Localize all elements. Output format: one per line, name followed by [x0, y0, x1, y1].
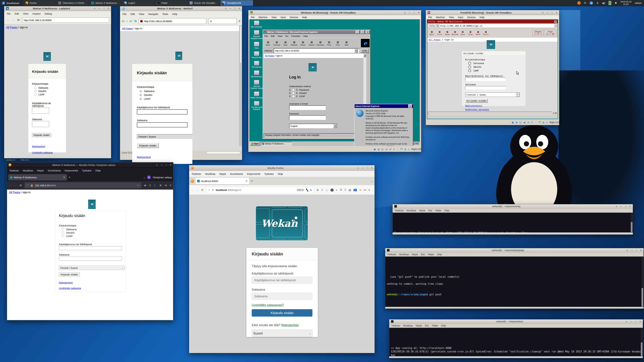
minimize-icon[interactable]: —	[620, 205, 622, 208]
display-icon[interactable]: 🗖	[400, 148, 403, 150]
reader-split-icon[interactable]: ▚	[306, 189, 308, 192]
close-icon[interactable]: ✕	[170, 164, 172, 166]
menu-item[interactable]: Muokkaa	[406, 209, 416, 212]
titlebar[interactable]: ​ wekan@z: ~/repos/w/php/page ∧—□✕	[385, 248, 644, 252]
menu-item[interactable]: View	[139, 12, 144, 15]
url-input[interactable]: http://192.168.0.20:8000/	[22, 17, 109, 23]
vm-menu-icon[interactable]: 🞃	[408, 148, 410, 150]
signin-button[interactable]: Kirjaudu sisään	[465, 99, 488, 103]
start-button[interactable]: Start	[250, 142, 260, 146]
close-icon[interactable]: ✕	[629, 205, 631, 208]
close-icon[interactable]: ✕	[640, 249, 642, 252]
menu-item[interactable]: Help	[172, 12, 178, 15]
language-select[interactable]: Finnish / Suomi	[137, 134, 193, 139]
breadcrumb-all-pages-link[interactable]: All Pages	[6, 26, 18, 29]
shade-icon[interactable]: ∧	[225, 7, 226, 10]
taskbar-task-ie[interactable]: e WeKan ® Multiverse ...	[261, 142, 292, 146]
password-input[interactable]	[465, 86, 506, 90]
menu-item[interactable]: Input	[458, 16, 463, 18]
desktop-icon[interactable]: The Microsoft Network	[250, 101, 263, 110]
maximize-icon[interactable]: □	[552, 11, 553, 14]
toolbar-button[interactable]: ▣ Refresh	[290, 40, 298, 46]
menu-icon[interactable]: ≡	[170, 184, 171, 187]
desktop-icon[interactable]: Online Services	[250, 91, 263, 99]
maximize-icon[interactable]: □	[234, 7, 236, 10]
new-tab-icon[interactable]: +	[68, 175, 70, 179]
menu-item[interactable]: Devices	[467, 16, 476, 18]
taskbar-item-gimp[interactable]: *[Nimetön]-1.0 (RGB-vä...	[56, 0, 88, 6]
shield-check-icon[interactable]: ▽	[321, 188, 323, 192]
maximize-icon[interactable]: □	[367, 167, 368, 169]
grid-extension-icon[interactable]: ⠿	[344, 188, 346, 192]
terminal-output[interactable]: ResourceLoader: Finished load of: "http:…	[392, 213, 633, 232]
network-updown-icon[interactable]: ⇅	[596, 2, 598, 4]
close-icon[interactable]: ✕	[238, 7, 240, 10]
insecure-lock-icon[interactable]: 🔒	[30, 184, 33, 187]
desktop-icon[interactable]: My Computer	[250, 21, 263, 28]
close-icon[interactable]: 🗙	[554, 20, 556, 23]
bookmark-star-icon[interactable]: ★	[310, 189, 312, 192]
shade-icon[interactable]: ∧	[404, 11, 406, 14]
maximize-icon[interactable]: □	[636, 249, 637, 252]
fingerprint-icon[interactable]: ⊚	[144, 184, 146, 187]
menu-item[interactable]: Työkalut	[82, 169, 92, 172]
menu-item[interactable]: Ohje	[441, 324, 446, 327]
maximize-icon[interactable]: □	[625, 205, 626, 208]
extension-icon[interactable]: ⚩	[364, 188, 366, 192]
username-input[interactable]	[465, 78, 506, 81]
taskbar-item-terminal[interactable]: Pääte 5	[155, 0, 187, 6]
toolbar-button[interactable]: ▣ Back	[264, 40, 272, 46]
toolbar-button[interactable]: ▣ Stop	[466, 30, 474, 35]
close-icon[interactable]: ✕	[371, 167, 373, 169]
radio-oauth2[interactable]	[34, 90, 37, 92]
scrollbar[interactable]	[631, 213, 632, 232]
s-extension-icon[interactable]: S	[330, 189, 334, 192]
radio-password[interactable]	[34, 87, 37, 89]
toolbar-button[interactable]: ▣ Font	[334, 40, 342, 46]
menu-item[interactable]: Tiedosto	[394, 209, 404, 212]
scrollbar[interactable]	[641, 328, 642, 356]
menu-item[interactable]: Edit	[130, 12, 135, 15]
desktop-icon[interactable]: Network Neighborhood	[250, 30, 263, 39]
radio-password[interactable]	[140, 90, 142, 92]
desktop-drive-label[interactable]: Taltio (512	[20, 159, 29, 161]
url-bar[interactable]: ⛉ 🔒 192.168.0.20:8000 ☆	[24, 182, 141, 188]
menu-item[interactable]: Ohje	[278, 172, 283, 175]
menu-item[interactable]: Input	[280, 16, 286, 18]
shade-icon[interactable]: ∧	[542, 11, 544, 14]
close-icon[interactable]: ✕	[366, 30, 370, 34]
shade-icon[interactable]: ∧	[626, 320, 628, 323]
hdd-icon[interactable]: ▣	[512, 121, 514, 124]
menu-item[interactable]: Muokkaa	[403, 324, 413, 327]
close-icon[interactable]: ✕	[408, 104, 412, 108]
back-icon[interactable]: ←	[9, 184, 12, 187]
menu-item[interactable]: Tiedosto	[387, 253, 396, 256]
toolbar-button[interactable]: ▣ Book	[474, 30, 482, 35]
username-input[interactable]	[289, 105, 326, 110]
maximize-icon[interactable]: □	[635, 320, 636, 323]
stop-x-icon[interactable]: ✗	[437, 24, 438, 27]
signin-button[interactable]: Kirjaudu sisään	[59, 272, 80, 277]
applications-menu-button[interactable]: X Sovellukset ⁞	[0, 0, 23, 6]
tab-close-icon[interactable]: ✕	[245, 179, 248, 183]
file-menu-button[interactable]: File	[428, 24, 436, 28]
search-icon[interactable]: ⌕	[556, 24, 557, 27]
display-icon[interactable]: 🗖	[538, 121, 541, 124]
menu-item[interactable]: Etsi	[421, 253, 425, 256]
menu-item[interactable]: Debug	[44, 12, 52, 15]
toolbar-button[interactable]: ▣ Search	[307, 40, 316, 46]
menu-item[interactable]: Machine	[258, 16, 268, 18]
toolbar-button[interactable]: ▣ Home	[298, 40, 307, 46]
radio-oauth2[interactable]	[140, 94, 142, 96]
vm-menubar[interactable]: FileMachineViewInputDevicesHelp	[426, 15, 559, 19]
url-input[interactable]: http://192.168.0.20:8000/	[139, 18, 206, 24]
reload-icon[interactable]: ⟳	[20, 184, 22, 187]
forgot-password-link[interactable]: Unohditko salasanasi?	[252, 303, 284, 307]
password-input[interactable]	[289, 115, 326, 120]
shared-folder-icon[interactable]: ▭	[534, 121, 537, 124]
menu-item[interactable]: Muokkaa	[399, 253, 409, 256]
username-input[interactable]	[137, 109, 188, 114]
menu-item[interactable]: Favorites	[291, 35, 300, 37]
menu-item[interactable]: File	[428, 16, 432, 18]
tab-wekan[interactable]: w WeKan ® Multiverse ✕	[8, 174, 67, 180]
